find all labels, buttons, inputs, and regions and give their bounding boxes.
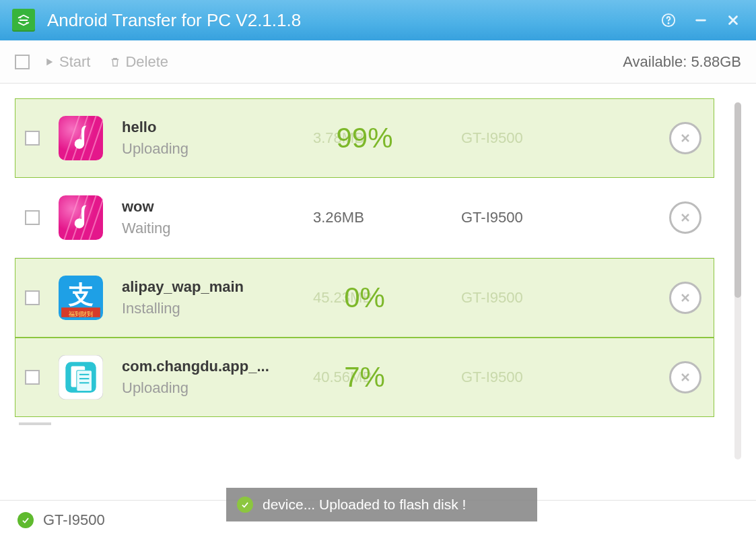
svg-point-1: [668, 22, 669, 24]
item-name: alipay_wap_main: [122, 278, 313, 296]
start-button[interactable]: Start: [43, 53, 90, 71]
row-checkbox[interactable]: [25, 131, 40, 146]
item-device: GT-I9500: [461, 129, 623, 147]
list-item[interactable]: 支福到財到alipay_wap_mainInstalling45.23MBGT-…: [15, 258, 714, 338]
app-logo-icon: [12, 9, 35, 32]
play-icon: [43, 56, 55, 68]
item-size: 3.78MB: [313, 129, 461, 147]
item-status: Installing: [122, 300, 313, 317]
app-icon: [59, 355, 103, 400]
item-status: Waiting: [122, 220, 313, 237]
item-status: Uploading: [122, 140, 313, 158]
toast-notification: device... Uploaded to flash disk !: [226, 488, 537, 521]
list-item[interactable]: com.changdu.app_...Uploading40.56MBGT-I9…: [15, 338, 714, 417]
minimize-button[interactable]: [690, 9, 712, 31]
item-size: 40.56MB: [313, 369, 461, 386]
app-icon: [59, 195, 103, 240]
item-status: Uploading: [122, 379, 313, 397]
app-title: Android Transfer for PC V2.1.1.8: [47, 10, 301, 31]
select-all-checkbox[interactable]: [15, 55, 30, 69]
cancel-button[interactable]: [669, 201, 701, 234]
item-device: GT-I9500: [461, 289, 623, 307]
help-button[interactable]: [658, 9, 679, 31]
item-device: GT-I9500: [461, 209, 623, 226]
toast-text: device... Uploaded to flash disk !: [263, 497, 466, 513]
row-checkbox[interactable]: [25, 290, 40, 305]
delete-button[interactable]: Delete: [109, 53, 168, 71]
cancel-button[interactable]: [669, 361, 701, 393]
app-icon: 支福到財到: [59, 276, 103, 320]
start-label: Start: [59, 53, 90, 71]
item-name: wow: [122, 198, 313, 216]
connected-icon: [18, 512, 34, 528]
connected-device: GT-I9500: [43, 511, 105, 529]
cancel-button[interactable]: [669, 122, 701, 154]
row-checkbox[interactable]: [25, 210, 40, 225]
trash-icon: [109, 56, 121, 68]
item-device: GT-I9500: [461, 369, 623, 386]
partial-row-fragment: [19, 422, 51, 425]
app-icon: [59, 116, 103, 160]
list-item[interactable]: helloUploading3.78MBGT-I950099%: [15, 98, 714, 178]
available-space: Available: 5.88GB: [623, 53, 741, 71]
cancel-button[interactable]: [669, 282, 701, 314]
success-icon: [237, 497, 253, 513]
transfer-list: helloUploading3.78MBGT-I950099%wowWaitin…: [0, 84, 756, 500]
item-size: 45.23MB: [313, 289, 461, 307]
scrollbar-track[interactable]: [734, 102, 741, 459]
close-button[interactable]: [722, 9, 744, 31]
item-name: hello: [122, 119, 313, 136]
row-checkbox[interactable]: [25, 370, 40, 385]
delete-label: Delete: [125, 53, 168, 71]
title-bar: Android Transfer for PC V2.1.1.8: [0, 0, 756, 40]
svg-text:福到財到: 福到財到: [69, 311, 93, 317]
svg-text:支: 支: [68, 280, 94, 309]
item-size: 3.26MB: [313, 209, 461, 226]
list-item[interactable]: wowWaiting3.26MBGT-I9500: [15, 178, 714, 257]
item-name: com.changdu.app_...: [122, 358, 313, 375]
toolbar: Start Delete Available: 5.88GB: [0, 40, 756, 84]
svg-rect-28: [77, 371, 92, 391]
scrollbar-thumb[interactable]: [734, 102, 741, 298]
